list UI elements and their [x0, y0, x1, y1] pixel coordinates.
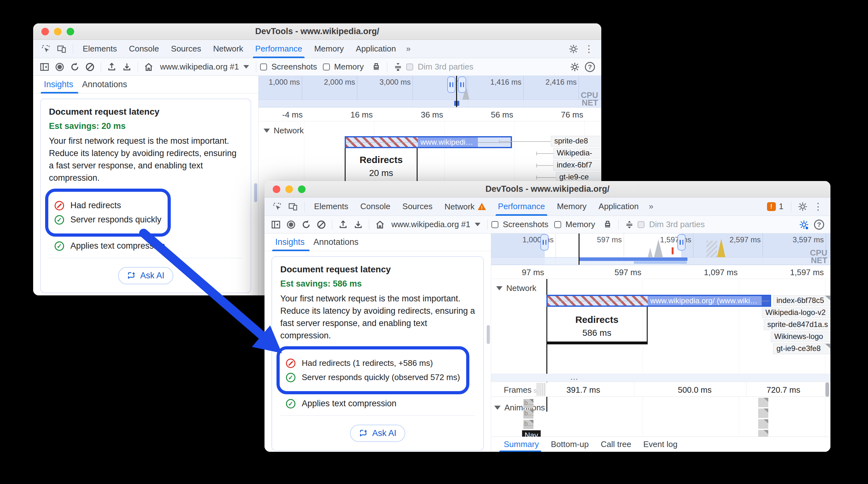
- reload-record-icon[interactable]: [68, 60, 82, 74]
- tab-annotations[interactable]: Annotations: [79, 80, 130, 93]
- capture-settings-gear-icon[interactable]: [797, 218, 811, 232]
- network-flamechart[interactable]: Network www.wikipedia.org/ (www.wiki… Re…: [491, 279, 831, 436]
- screenshot-thumb[interactable]: [758, 408, 768, 418]
- upload-profile-icon[interactable]: [105, 60, 119, 74]
- minimize-window-icon[interactable]: [54, 28, 62, 35]
- tab-event-log[interactable]: Event log: [639, 437, 682, 452]
- issues-icon[interactable]: !: [767, 202, 776, 211]
- tab-performance[interactable]: Performance: [493, 197, 550, 216]
- more-tabs-icon[interactable]: »: [403, 44, 413, 54]
- zoom-window-left-handle[interactable]: [447, 77, 456, 93]
- record-icon[interactable]: [284, 218, 298, 232]
- document-request-bar[interactable]: www.wikipedi…: [345, 136, 512, 148]
- tab-elements[interactable]: Elements: [78, 40, 122, 58]
- insight-card[interactable]: Document request latency Est savings: 20…: [40, 98, 251, 293]
- insight-card[interactable]: Document request latency Est savings: 58…: [272, 256, 484, 451]
- frames-track[interactable]: Frames s 391.7 ms 500.0 ms 720.7 ms: [491, 382, 831, 397]
- tab-sources[interactable]: Sources: [397, 197, 437, 216]
- kebab-menu-icon[interactable]: ⋮: [582, 43, 596, 54]
- capture-settings-gear-icon[interactable]: [568, 60, 582, 74]
- settings-gear-icon[interactable]: [796, 200, 810, 213]
- network-track-label[interactable]: Network: [264, 126, 304, 136]
- memory-checkbox[interactable]: [554, 221, 561, 228]
- home-icon[interactable]: [373, 218, 387, 232]
- download-profile-icon[interactable]: [351, 218, 365, 232]
- zoom-window-icon[interactable]: [298, 186, 306, 193]
- tab-application[interactable]: Application: [351, 40, 401, 58]
- tab-bottom-up[interactable]: Bottom-up: [546, 437, 593, 452]
- inspect-element-icon[interactable]: [270, 200, 284, 213]
- screenshots-checkbox[interactable]: [491, 221, 498, 228]
- tab-console[interactable]: Console: [355, 197, 395, 216]
- request-chip[interactable]: Wikinews-logo: [771, 332, 831, 342]
- tab-network[interactable]: Network !: [439, 197, 491, 216]
- tab-memory[interactable]: Memory: [552, 197, 591, 216]
- tab-performance[interactable]: Performance: [250, 40, 307, 58]
- device-toolbar-icon[interactable]: [286, 200, 300, 213]
- tab-insights[interactable]: Insights: [41, 80, 76, 93]
- timeline-overview[interactable]: 1,000 ms 2,000 ms 3,000 ms 6 ms 1,416 ms…: [258, 76, 601, 107]
- timeline-overview[interactable]: 1,000 ms 597 ms 1,597 ms 2,597 ms 3,597 …: [491, 233, 831, 265]
- sidebar-scrollbar[interactable]: [487, 325, 490, 344]
- more-tabs-icon[interactable]: »: [646, 202, 656, 211]
- sidebar-scrollbar[interactable]: [254, 183, 257, 202]
- animations-track-label[interactable]: Animations: [494, 403, 545, 412]
- screenshot-thumb[interactable]: [758, 398, 768, 407]
- titlebar[interactable]: DevTools - www.wikipedia.org/: [265, 181, 831, 197]
- request-chip[interactable]: Wikipedia-logo-v2: [762, 307, 831, 318]
- close-window-icon[interactable]: [41, 28, 49, 35]
- garbage-collect-icon[interactable]: [601, 218, 615, 232]
- upload-profile-icon[interactable]: [336, 218, 350, 232]
- expand-tracks-icon[interactable]: [622, 218, 636, 232]
- toggle-sidebar-icon[interactable]: [269, 218, 283, 232]
- download-profile-icon[interactable]: [120, 60, 134, 74]
- zoom-window-right-handle[interactable]: [677, 234, 686, 251]
- animation-chip[interactable]: b…: [523, 399, 533, 408]
- request-chip[interactable]: index-6bf7: [553, 160, 601, 171]
- dim-3rd-parties-checkbox[interactable]: [638, 221, 645, 228]
- target-selector[interactable]: www.wikipedia.org #1: [157, 62, 252, 72]
- tab-application[interactable]: Application: [593, 197, 644, 216]
- document-request-bar[interactable]: www.wikipedia.org/ (www.wiki…: [546, 295, 771, 307]
- settings-gear-icon[interactable]: [566, 42, 581, 56]
- kebab-menu-icon[interactable]: ⋮: [811, 201, 825, 212]
- tab-sources[interactable]: Sources: [166, 40, 206, 58]
- request-chip[interactable]: Wikipedia-: [553, 148, 601, 159]
- screenshot-thumb[interactable]: [758, 430, 768, 436]
- home-icon[interactable]: [142, 60, 156, 74]
- reload-record-icon[interactable]: [299, 218, 313, 232]
- tab-memory[interactable]: Memory: [309, 40, 349, 58]
- window-controls[interactable]: [273, 186, 306, 193]
- request-chip[interactable]: sprite-de8: [551, 136, 601, 147]
- tab-summary[interactable]: Summary: [499, 437, 543, 452]
- inspect-element-icon[interactable]: [39, 42, 53, 56]
- titlebar[interactable]: DevTools - www.wikipedia.org/: [33, 23, 601, 40]
- collapse-tracks-icon[interactable]: [391, 60, 405, 74]
- request-chip[interactable]: sprite-de847d1a.s: [764, 319, 831, 330]
- close-window-icon[interactable]: [273, 186, 280, 193]
- timeline-scrollbar[interactable]: [826, 382, 829, 397]
- collapsed-tracks-row[interactable]: …: [491, 374, 831, 382]
- clear-icon[interactable]: [314, 218, 328, 232]
- request-chip[interactable]: index-6bf78c5: [773, 295, 831, 306]
- nav-marker-chip[interactable]: Nav: [522, 430, 541, 436]
- record-icon[interactable]: [53, 60, 67, 74]
- tab-annotations[interactable]: Annotations: [310, 237, 362, 251]
- memory-checkbox[interactable]: [323, 63, 330, 70]
- animation-chip[interactable]: b…: [523, 420, 533, 429]
- help-icon[interactable]: ?: [583, 60, 597, 74]
- request-chip[interactable]: gt-ie9-ce3fe8: [773, 343, 831, 354]
- toggle-sidebar-icon[interactable]: [37, 60, 52, 74]
- animation-chip[interactable]: b…: [523, 409, 533, 419]
- network-track-label[interactable]: Network: [496, 283, 536, 293]
- help-icon[interactable]: ?: [812, 218, 826, 232]
- screenshots-checkbox[interactable]: [260, 63, 267, 70]
- zoom-window-left-handle[interactable]: [540, 234, 549, 251]
- target-selector[interactable]: www.wikipedia.org #1: [388, 220, 484, 229]
- tab-console[interactable]: Console: [124, 40, 164, 58]
- screenshot-thumb[interactable]: [758, 419, 768, 429]
- tab-insights[interactable]: Insights: [272, 237, 308, 251]
- device-toolbar-icon[interactable]: [55, 42, 68, 56]
- tab-call-tree[interactable]: Call tree: [596, 437, 636, 452]
- zoom-window-right-handle[interactable]: [458, 77, 466, 93]
